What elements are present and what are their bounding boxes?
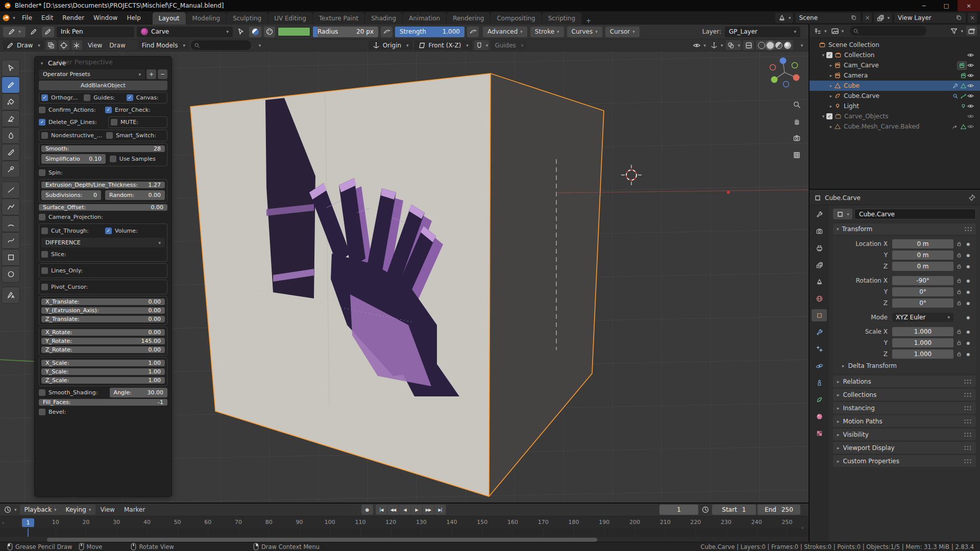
gizmo-z-axis[interactable] — [780, 58, 787, 64]
view-layer-browse-button[interactable] — [874, 13, 892, 23]
carve-check-nondestructive-[interactable]: Nondestructive_... — [41, 132, 102, 139]
mode-selector[interactable]: Draw — [3, 40, 44, 50]
checkbox[interactable] — [39, 169, 45, 176]
checkbox[interactable] — [41, 251, 48, 258]
carve-check-camera-projection-[interactable]: Camera_Projection: — [39, 214, 167, 220]
new-collection-button[interactable] — [966, 26, 977, 36]
carve-check-slice-[interactable]: Slice: — [41, 251, 165, 258]
jump-to-start-button[interactable]: |◀ — [376, 505, 387, 515]
scene-unlink-button[interactable]: × — [863, 13, 872, 23]
menu-file[interactable]: File — [17, 11, 37, 24]
animate-dot[interactable]: ● — [965, 253, 972, 258]
carve-slider-y-scale-[interactable]: Y_Scale:1.00 — [41, 368, 165, 375]
blender-menu-button[interactable] — [0, 14, 17, 22]
strength-slider[interactable]: Strength 1.000 — [395, 27, 464, 37]
carve-slider-x-rotate-[interactable]: X_Rotate:0.00 — [41, 329, 165, 336]
tab-shading[interactable]: Shading — [365, 12, 402, 24]
carve-slider-simplificatio[interactable]: Simplificatio0.10 — [41, 154, 106, 164]
animate-dot[interactable]: ● — [965, 242, 972, 246]
drag-dots-icon[interactable] — [964, 225, 972, 233]
frame-end-field[interactable]: End 250 — [757, 505, 800, 515]
camera-view-button[interactable] — [790, 132, 803, 145]
object-name-field[interactable]: Cube.Carve — [854, 209, 976, 219]
tool-circle[interactable] — [2, 266, 19, 282]
outliner-item-cam-carve[interactable]: ▸Cam_Carve — [810, 60, 980, 70]
expander[interactable]: ▾ — [820, 53, 826, 58]
use-preview-range-toggle[interactable] — [700, 505, 710, 515]
checkbox[interactable] — [39, 214, 45, 220]
eye-icon[interactable] — [967, 72, 974, 79]
gizmo-x-axis[interactable] — [793, 74, 800, 81]
strength-pressure-toggle[interactable] — [467, 27, 479, 37]
tab-layout[interactable]: Layout — [153, 12, 186, 24]
carve-slider-z-rotate-[interactable]: Z_Rotate:0.00 — [41, 346, 165, 353]
properties-tab-particles[interactable] — [812, 343, 827, 355]
tab-compositing[interactable]: Compositing — [491, 12, 541, 24]
lock-open-icon[interactable] — [953, 241, 965, 247]
outliner-search-input[interactable] — [850, 26, 926, 36]
checkbox[interactable] — [41, 267, 48, 274]
outliner-item-cube[interactable]: ▸Cube — [810, 81, 980, 91]
use-lights-toggle[interactable] — [249, 27, 261, 37]
layer-selector[interactable]: GP_Layer — [725, 27, 800, 37]
menu-render[interactable]: Render — [58, 11, 89, 24]
radius-slider[interactable]: Radius 20 px — [313, 27, 378, 37]
tab-rendering[interactable]: Rendering — [447, 12, 490, 24]
checkbox[interactable] — [110, 156, 116, 162]
section-relations[interactable]: ▸Relations — [833, 375, 976, 387]
carve-check-volume-[interactable]: Volume: — [105, 228, 165, 234]
animate-dot[interactable]: ● — [965, 330, 972, 334]
row-value-field[interactable]: 1.000 — [892, 349, 953, 359]
row-value-field[interactable]: 1.000 — [892, 327, 953, 336]
carve-slider-angle-[interactable]: Angle:30.00 — [110, 388, 167, 397]
checkbox[interactable] — [41, 94, 48, 101]
eye-icon[interactable] — [967, 113, 974, 120]
tab-modeling[interactable]: Modeling — [186, 12, 227, 24]
add-workspace-button[interactable]: + — [582, 17, 595, 24]
carve-button-addblankobject[interactable]: AddBlankObject — [39, 81, 167, 90]
timeline-track[interactable] — [0, 529, 808, 537]
visibility-dropdown[interactable] — [692, 40, 707, 50]
checkbox[interactable] — [39, 389, 45, 396]
outliner-item-light[interactable]: ▸Light — [810, 101, 980, 111]
shading-solid-button[interactable] — [767, 42, 774, 49]
lock-open-icon[interactable] — [953, 289, 965, 295]
outliner-item-cube-mesh-carve-baked[interactable]: ▸Cube.Mesh_Carve.Baked — [810, 121, 980, 132]
carve-check-guides-[interactable]: Guides: — [84, 94, 122, 101]
expander[interactable]: ▸ — [828, 63, 834, 68]
shading-rendered-button[interactable] — [784, 42, 791, 49]
properties-tab-texture[interactable] — [812, 427, 827, 439]
gizmos-dropdown[interactable] — [709, 40, 724, 50]
carve-check-bevel-[interactable]: Bevel: — [39, 409, 167, 415]
shading-options-dropdown[interactable] — [795, 40, 806, 50]
shading-wireframe-button[interactable] — [758, 42, 765, 49]
scrollbar-thumb[interactable] — [47, 538, 597, 542]
ortho-toggle-button[interactable] — [790, 148, 803, 162]
scene-selector[interactable]: Scene — [795, 13, 861, 23]
model-search-input[interactable] — [191, 40, 251, 50]
outliner-item-camera[interactable]: ▸Camera — [810, 70, 980, 81]
search-options-button[interactable] — [253, 40, 264, 50]
carve-boolean-mode-select[interactable]: DIFFERENCE — [41, 238, 165, 247]
tab-sculpting[interactable]: Sculpting — [227, 12, 267, 24]
checkbox[interactable] — [106, 132, 113, 139]
section-collections[interactable]: ▸Collections — [833, 389, 976, 400]
brush-selector[interactable]: Carve — [137, 27, 233, 37]
carve-slider-subdivisions-[interactable]: Subdivisions:0 — [41, 190, 101, 200]
palette-button[interactable] — [264, 27, 275, 37]
checkbox[interactable] — [39, 119, 45, 126]
checkbox[interactable] — [41, 132, 48, 139]
menu-window[interactable]: Window — [89, 11, 122, 24]
current-frame-badge[interactable]: 1 — [22, 518, 34, 527]
carve-slider-random-[interactable]: Random:0.00 — [105, 190, 165, 200]
animate-dot[interactable]: ● — [965, 290, 972, 294]
carve-slider-y-rotate-[interactable]: Y_Rotate:145.00 — [41, 338, 165, 344]
next-keyframe-button[interactable]: ▶▶ — [423, 505, 434, 515]
properties-tab-object-data[interactable] — [812, 393, 827, 406]
object-browse-button[interactable] — [833, 209, 852, 219]
properties-tab-world[interactable] — [812, 292, 827, 305]
carve-slider-x-translate-[interactable]: X_Translate:0.00 — [41, 298, 165, 305]
carve-check-use-samples[interactable]: Use Samples — [110, 156, 165, 162]
view-layer-remove-button[interactable]: × — [968, 13, 977, 23]
tool-draw[interactable] — [2, 77, 19, 93]
